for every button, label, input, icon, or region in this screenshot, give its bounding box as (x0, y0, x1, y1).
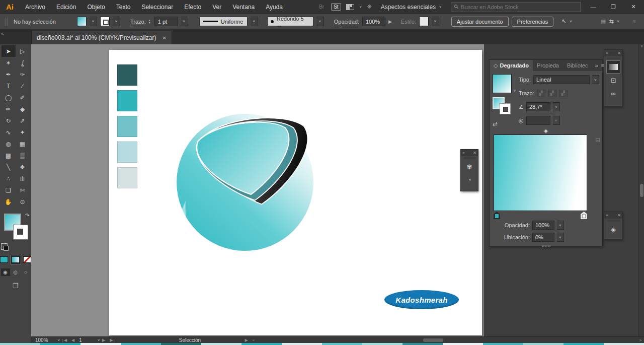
prev-artboard-icon[interactable]: ◀ (71, 338, 75, 342)
direct-selection-tool[interactable]: ▷ (16, 45, 30, 57)
lasso-tool[interactable]: ʆ (16, 57, 30, 68)
gradient-tool[interactable]: ▒ (16, 150, 30, 161)
shape-builder-tool[interactable]: ◍ (2, 138, 16, 150)
menu-item[interactable]: Texto (111, 0, 136, 14)
pen-tool[interactable]: ✒ (2, 68, 16, 80)
paintbrush-tool[interactable]: ✐ (16, 92, 30, 103)
expand-panel-icon[interactable]: » (606, 213, 608, 218)
last-artboard-icon[interactable]: ▶| (110, 338, 115, 342)
chevron-down-icon[interactable]: ∨ (513, 89, 516, 93)
first-artboard-icon[interactable]: |◀ (62, 338, 67, 342)
gradient-midpoint-marker[interactable] (543, 129, 548, 134)
stop-opacity-field[interactable]: 100% (532, 221, 554, 230)
status-menu-arrow-icon[interactable]: ▶ (245, 338, 249, 342)
close-panel-icon[interactable]: ✕ (473, 151, 476, 155)
width-profile-dropdown[interactable]: Uniforme (199, 17, 248, 26)
gradient-slider[interactable]: ⊟ (494, 129, 598, 219)
eyedropper-tool[interactable]: ╲ (2, 161, 16, 173)
menu-item[interactable]: Ayuda (260, 0, 288, 14)
line-segment-tool[interactable]: ∕ (16, 80, 30, 92)
artboard-swatch[interactable] (117, 142, 137, 163)
tab-bibliotecas[interactable]: Bibliotec (563, 60, 592, 71)
artboard[interactable]: Kadoshmerah (109, 50, 482, 335)
chevron-down-icon[interactable]: ∨ (57, 338, 60, 342)
menu-item[interactable]: Objeto (82, 0, 110, 14)
draw-behind-icon[interactable]: ◎ (11, 268, 20, 276)
menu-item[interactable]: Ventana (227, 0, 260, 14)
close-button[interactable]: ✕ (626, 2, 641, 13)
artboard-tool[interactable]: ❏ (2, 184, 16, 196)
screen-mode-icon[interactable]: ❐ (13, 282, 19, 290)
gradient-mode-button[interactable] (10, 255, 21, 264)
stroke-width-stepper[interactable]: ▴▾ (149, 19, 150, 24)
hand-tool[interactable]: ✋ (2, 196, 16, 208)
expand-panel-icon[interactable]: » (606, 51, 608, 55)
eraser-tool[interactable]: ◆ (16, 103, 30, 115)
panel-resize-grip[interactable] (490, 244, 602, 248)
scrollbar-thumb[interactable] (640, 184, 643, 197)
bridge-badge-icon[interactable]: Br (317, 4, 326, 10)
close-panel-icon[interactable]: ✕ (617, 213, 621, 218)
menu-item[interactable]: Efecto (179, 0, 207, 14)
horizontal-scrollbar[interactable] (257, 337, 637, 343)
gradient-panel-icon[interactable]: ◔ (461, 173, 478, 186)
default-fill-stroke-icon[interactable] (1, 243, 8, 250)
tab-degradado[interactable]: ◇ Degradado (490, 60, 533, 71)
draw-inside-icon[interactable]: ○ (21, 268, 30, 276)
curvature-tool[interactable]: ✑ (16, 68, 30, 80)
menu-item[interactable]: Edición (51, 0, 82, 14)
chevron-down-icon[interactable]: ∨ (570, 20, 573, 23)
swap-fill-stroke-icon[interactable]: ↷ (25, 213, 29, 218)
column-graph-tool[interactable]: ılı (16, 173, 30, 184)
canvas-area[interactable]: Kadoshmerah » ✕ ✾ ◔ (31, 44, 484, 336)
magic-wand-tool[interactable]: ✶ (2, 57, 16, 68)
slice-tool[interactable]: ✄ (16, 184, 30, 196)
stroke-swatch[interactable] (13, 225, 28, 240)
fit-document-button[interactable]: Ajustar documento (451, 17, 509, 27)
none-mode-button[interactable] (23, 256, 31, 263)
angle-dropdown[interactable]: ∨ (553, 102, 560, 111)
menu-item[interactable]: Seleccionar (136, 0, 179, 14)
collapse-panel-icon[interactable]: » (595, 62, 598, 68)
close-tab-icon[interactable]: ✕ (162, 35, 166, 41)
selection-tool[interactable]: ➤ (2, 45, 16, 57)
artboard-swatch[interactable] (117, 90, 137, 111)
step-down-icon[interactable]: ▾ (149, 22, 150, 24)
draw-normal-icon[interactable]: ◉ (1, 268, 10, 276)
mesh-tool[interactable]: ▩ (2, 150, 16, 161)
restore-button[interactable]: ❐ (606, 2, 621, 13)
artboard-swatch[interactable] (117, 116, 137, 137)
status-indicator[interactable]: Selección (137, 337, 243, 343)
brand-logo-ellipse[interactable]: Kadoshmerah (384, 290, 459, 309)
brush-dropdown[interactable]: Redondo 5 ... (267, 17, 313, 26)
artboard-swatch[interactable] (117, 64, 137, 86)
rotate-tool[interactable]: ↻ (2, 115, 16, 126)
dock-scrollbar[interactable]: ∧ (638, 44, 644, 336)
type-dropdown[interactable]: ∨ (592, 75, 599, 84)
minimize-button[interactable]: — (586, 2, 601, 13)
opacity-panel-link[interactable]: Opacidad: (334, 19, 359, 25)
gradient-preview[interactable] (494, 134, 587, 211)
zoom-level-field[interactable]: 100% (31, 337, 57, 343)
width-tool[interactable]: ∿ (2, 126, 16, 138)
control-menu-icon[interactable]: ≡ (633, 19, 636, 25)
collapse-panels-icon[interactable]: « (0, 31, 7, 36)
perspective-grid-tool[interactable]: ▦ (16, 138, 30, 150)
symbols-panel-icon[interactable]: ⊡ (604, 74, 622, 87)
menu-item[interactable]: Archivo (20, 0, 51, 14)
gradient-thumbnail[interactable] (493, 74, 512, 93)
chevron-down-icon[interactable]: ∨ (359, 5, 362, 9)
layers-panel-icon[interactable]: ◈ (604, 223, 622, 236)
opacity-panel-arrow-icon[interactable]: ▶ (388, 19, 392, 24)
stroke-width-dropdown[interactable]: ∨ (181, 17, 188, 26)
zoom-tool[interactable]: ⊙ (16, 196, 30, 208)
next-artboard-icon[interactable]: ▶ (102, 338, 106, 342)
fill-color-swatch[interactable] (77, 17, 87, 26)
style-dropdown[interactable]: ∨ (432, 17, 439, 26)
stock-search-box[interactable]: ⚲ (451, 2, 581, 12)
gradient-stop-start[interactable] (494, 212, 500, 219)
location-dropdown[interactable]: ∨ (557, 233, 564, 242)
ellipse-tool[interactable]: ◯ (2, 92, 16, 103)
gradient-stop-end[interactable] (581, 212, 587, 219)
scale-tool[interactable]: ⇗ (16, 115, 30, 126)
